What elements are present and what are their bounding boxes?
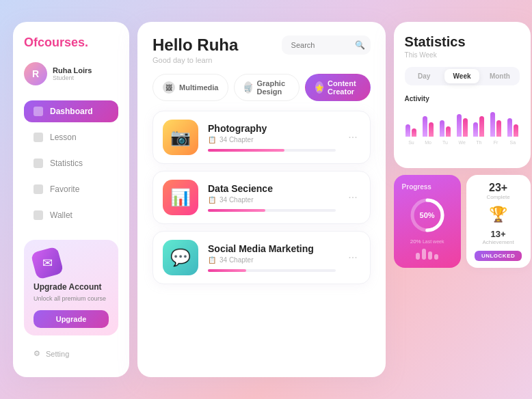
sidebar-item-setting[interactable]: ⚙ Setting: [24, 344, 118, 363]
course-thumbnail: 📊: [163, 180, 198, 215]
course-more-button[interactable]: ···: [345, 189, 360, 206]
unlocked-badge: UNLOCKED: [475, 251, 522, 261]
course-info: Social Media Marketing 📋 34 Chapter: [208, 243, 336, 272]
cat-tab-label: Graphic Design: [256, 79, 289, 96]
multimedia-icon: 🖼: [163, 81, 175, 94]
graphic-icon: 🛒: [244, 81, 252, 94]
achievement-card: 23+ Complete 🏆 13+ Achievement UNLOCKED: [466, 175, 531, 268]
stats-bottom: Progress 50% 20% Last week: [394, 175, 531, 268]
progress-card: Progress 50% 20% Last week: [394, 175, 461, 268]
upgrade-card: Upgrade Account Unlock all premium cours…: [24, 240, 118, 335]
chart-bar-group: Mo: [421, 116, 435, 145]
course-chapters: 34 Chapter: [220, 196, 253, 204]
sidebar-item-favorite[interactable]: Favorite: [24, 178, 118, 200]
achievement-label: Achievement: [482, 239, 514, 245]
setting-icon: ⚙: [34, 349, 40, 358]
day-tabs: Day Week Month: [405, 67, 520, 85]
course-meta: 📋 34 Chapter: [208, 136, 336, 143]
upgrade-title: Upgrade Account: [34, 282, 109, 292]
stats-period: This Week: [405, 51, 520, 59]
search-bar[interactable]: 🔍: [282, 36, 371, 55]
sidebar-item-statistics[interactable]: Statistics: [24, 152, 118, 174]
setting-label: Setting: [46, 350, 69, 358]
stats-panel: Statistics This Week Day Week Month Acti…: [394, 22, 531, 377]
avatar: R: [24, 62, 47, 85]
course-thumbnail: 📷: [163, 120, 198, 155]
upgrade-button[interactable]: Upgrade: [34, 310, 109, 328]
bar-label: Tu: [442, 140, 448, 145]
cat-tab-graphic[interactable]: 🛒 Graphic Design: [234, 74, 300, 101]
course-chapters: 34 Chapter: [220, 256, 253, 264]
search-input[interactable]: [291, 41, 349, 49]
sidebar: Ofcourses. R Ruha Loirs Student Dashboar…: [13, 22, 129, 377]
day-tab-week[interactable]: Week: [444, 69, 479, 83]
chart-bar-group: Th: [472, 116, 486, 145]
sidebar-item-label: Wallet: [50, 210, 72, 220]
bar: [405, 124, 410, 137]
cat-tab-content[interactable]: ⭐ Content Creator: [305, 74, 371, 101]
progress-bar-bg: [208, 269, 336, 272]
category-tabs: 🖼 Multimedia 🛒 Graphic Design ⭐ Content …: [152, 74, 371, 101]
day-tab-month[interactable]: Month: [482, 69, 517, 83]
sidebar-item-label: Favorite: [50, 184, 79, 194]
main-header: Hello Ruha Good day to learn 🔍: [152, 36, 371, 64]
cat-tab-label: Multimedia: [179, 83, 218, 92]
content-icon: ⭐: [315, 81, 323, 94]
user-info: Ruha Loirs Student: [53, 66, 92, 81]
course-meta: 📋 34 Chapter: [208, 196, 336, 204]
lesson-icon: [34, 133, 43, 142]
statistics-icon: [34, 159, 43, 168]
search-icon: 🔍: [355, 40, 365, 50]
wallet-icon: [34, 210, 43, 220]
course-card-photography[interactable]: 📷 Photography 📋 34 Chapter ···: [152, 111, 371, 164]
cat-tab-multimedia[interactable]: 🖼 Multimedia: [152, 74, 228, 101]
course-title: Photography: [208, 123, 336, 134]
sidebar-item-dashboard[interactable]: Dashboard: [24, 100, 118, 122]
progress-sub-label: 20% Last week: [402, 238, 453, 245]
course-more-button[interactable]: ···: [345, 128, 360, 146]
progress-bar-fill: [208, 149, 284, 152]
progress-percentage: 50%: [420, 211, 435, 219]
chart-bar-group: Fr: [489, 112, 503, 145]
complete-label: Complete: [486, 194, 509, 200]
achievement-count: 13+: [482, 229, 514, 239]
activity-label: Activity: [405, 95, 520, 102]
main-content: Hello Ruha Good day to learn 🔍 🖼 Multime…: [137, 22, 386, 377]
course-info: Photography 📋 34 Chapter: [208, 123, 336, 152]
bar-label: We: [458, 140, 465, 145]
bar: [479, 116, 484, 137]
bar: [446, 126, 451, 137]
bar: [423, 116, 427, 137]
bar-label: Su: [408, 140, 414, 145]
course-card-data-science[interactable]: 📊 Data Secience 📋 34 Chapter ···: [152, 171, 371, 224]
favorite-icon: [34, 184, 43, 194]
chart-bar-group: We: [455, 114, 469, 145]
chapter-icon: 📋: [208, 136, 216, 143]
course-more-button[interactable]: ···: [345, 249, 360, 266]
sidebar-item-wallet[interactable]: Wallet: [24, 204, 118, 226]
stats-card: Statistics This Week Day Week Month Acti…: [394, 22, 531, 168]
chart-bar-group: Sa: [506, 118, 520, 145]
chapter-icon: 📋: [208, 256, 216, 264]
bar: [490, 112, 495, 137]
achievement-bottom: 13+ Achievement: [482, 229, 514, 245]
achievement-icon: 🏆: [489, 206, 507, 223]
stats-title: Statistics: [405, 34, 520, 50]
day-tab-day[interactable]: Day: [407, 69, 442, 83]
course-meta: 📋 34 Chapter: [208, 256, 336, 264]
sidebar-item-lesson[interactable]: Lesson: [24, 126, 118, 148]
bar: [429, 122, 434, 137]
course-list: 📷 Photography 📋 34 Chapter ··· 📊: [152, 111, 371, 284]
complete-count: 23+: [486, 182, 509, 194]
mini-bar: [428, 251, 432, 260]
page-subtitle: Good day to learn: [152, 56, 238, 64]
progress-bar-fill: [208, 209, 265, 212]
bar-label: Mo: [425, 140, 431, 145]
donut-chart: 50%: [408, 196, 447, 234]
user-role: Student: [53, 74, 92, 81]
sidebar-item-label: Statistics: [50, 159, 83, 168]
bar: [507, 118, 512, 137]
greeting-block: Hello Ruha Good day to learn: [152, 36, 238, 64]
bar: [463, 118, 468, 137]
course-card-social-media[interactable]: 💬 Social Media Marketing 📋 34 Chapter ··…: [152, 231, 371, 284]
